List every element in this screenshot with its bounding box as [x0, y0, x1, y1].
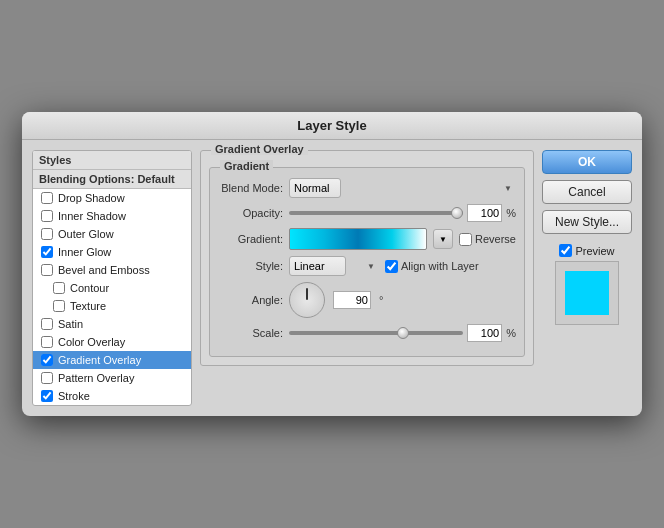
- align-with-layer-text: Align with Layer: [401, 260, 479, 272]
- texture-label: Texture: [70, 300, 106, 312]
- ok-button[interactable]: OK: [542, 150, 632, 174]
- sidebar-item-contour[interactable]: Contour: [33, 279, 191, 297]
- blend-mode-select-wrapper: Normal Dissolve Multiply Screen Overlay: [289, 178, 516, 198]
- bevel-emboss-checkbox[interactable]: [41, 264, 53, 276]
- scale-label: Scale:: [218, 327, 283, 339]
- angle-section: °: [289, 282, 383, 318]
- bevel-emboss-label: Bevel and Emboss: [58, 264, 150, 276]
- preview-cyan-swatch: [565, 271, 609, 315]
- gradient-inner-box: Gradient Blend Mode: Normal Dissolve Mul…: [209, 167, 525, 357]
- inner-shadow-checkbox[interactable]: [41, 210, 53, 222]
- gradient-row: Gradient: ▼ Reverse: [218, 228, 516, 250]
- opacity-value-input[interactable]: [467, 204, 502, 222]
- layer-style-dialog: Layer Style Styles Blending Options: Def…: [22, 112, 642, 416]
- styles-header: Styles: [33, 151, 191, 170]
- stroke-label: Stroke: [58, 390, 90, 402]
- gradient-overlay-checkbox[interactable]: [41, 354, 53, 366]
- reverse-label[interactable]: Reverse: [459, 233, 516, 246]
- drop-shadow-label: Drop Shadow: [58, 192, 125, 204]
- blend-mode-label: Blend Mode:: [218, 182, 283, 194]
- opacity-unit: %: [506, 207, 516, 219]
- angle-row: Angle: °: [218, 282, 516, 318]
- sidebar-item-outer-glow[interactable]: Outer Glow: [33, 225, 191, 243]
- sidebar-item-bevel-emboss[interactable]: Bevel and Emboss: [33, 261, 191, 279]
- section-title: Gradient Overlay: [211, 143, 308, 155]
- align-with-layer-checkbox[interactable]: [385, 260, 398, 273]
- sidebar-item-color-overlay[interactable]: Color Overlay: [33, 333, 191, 351]
- preview-text: Preview: [575, 245, 614, 257]
- scale-row: Scale: %: [218, 324, 516, 342]
- contour-label: Contour: [70, 282, 109, 294]
- satin-checkbox[interactable]: [41, 318, 53, 330]
- color-overlay-label: Color Overlay: [58, 336, 125, 348]
- gradient-label: Gradient:: [218, 233, 283, 245]
- reverse-text: Reverse: [475, 233, 516, 245]
- sidebar-item-stroke[interactable]: Stroke: [33, 387, 191, 405]
- opacity-slider-row: %: [289, 204, 516, 222]
- cancel-button[interactable]: Cancel: [542, 180, 632, 204]
- blend-options-header: Blending Options: Default: [33, 170, 191, 189]
- drop-shadow-checkbox[interactable]: [41, 192, 53, 204]
- scale-slider-row: %: [289, 324, 516, 342]
- sidebar-item-inner-glow[interactable]: Inner Glow: [33, 243, 191, 261]
- inner-glow-label: Inner Glow: [58, 246, 111, 258]
- preview-label: Preview: [559, 244, 614, 257]
- new-style-button[interactable]: New Style...: [542, 210, 632, 234]
- sidebar-item-texture[interactable]: Texture: [33, 297, 191, 315]
- angle-value-input[interactable]: [333, 291, 371, 309]
- inner-glow-checkbox[interactable]: [41, 246, 53, 258]
- gradient-arrow-btn[interactable]: ▼: [433, 229, 453, 249]
- reverse-checkbox[interactable]: [459, 233, 472, 246]
- style-label: Style:: [218, 260, 283, 272]
- gradient-overlay-section: Gradient Overlay Gradient Blend Mode: No…: [200, 150, 534, 366]
- outer-glow-label: Outer Glow: [58, 228, 114, 240]
- stroke-checkbox[interactable]: [41, 390, 53, 402]
- align-with-layer-label[interactable]: Align with Layer: [385, 260, 479, 273]
- opacity-slider[interactable]: [289, 211, 463, 215]
- blend-mode-row: Blend Mode: Normal Dissolve Multiply Scr…: [218, 178, 516, 198]
- angle-label: Angle:: [218, 294, 283, 306]
- blend-mode-select[interactable]: Normal Dissolve Multiply Screen Overlay: [289, 178, 341, 198]
- opacity-row: Opacity: %: [218, 204, 516, 222]
- pattern-overlay-checkbox[interactable]: [41, 372, 53, 384]
- color-overlay-checkbox[interactable]: [41, 336, 53, 348]
- texture-checkbox[interactable]: [53, 300, 65, 312]
- style-select-wrapper: Linear Radial Angle Reflected Diamond: [289, 256, 379, 276]
- outer-glow-checkbox[interactable]: [41, 228, 53, 240]
- opacity-label: Opacity:: [218, 207, 283, 219]
- gradient-preview[interactable]: [289, 228, 427, 250]
- pattern-overlay-label: Pattern Overlay: [58, 372, 134, 384]
- scale-slider[interactable]: [289, 331, 463, 335]
- inner-title: Gradient: [220, 160, 273, 172]
- angle-unit: °: [379, 294, 383, 306]
- angle-wheel[interactable]: [289, 282, 325, 318]
- satin-label: Satin: [58, 318, 83, 330]
- angle-needle: [306, 288, 308, 300]
- preview-box: [555, 261, 619, 325]
- sidebar-item-gradient-overlay[interactable]: Gradient Overlay: [33, 351, 191, 369]
- right-panel: OK Cancel New Style... Preview: [542, 150, 632, 406]
- style-select[interactable]: Linear Radial Angle Reflected Diamond: [289, 256, 346, 276]
- contour-checkbox[interactable]: [53, 282, 65, 294]
- left-panel: Styles Blending Options: Default Drop Sh…: [32, 150, 192, 406]
- dialog-title: Layer Style: [22, 112, 642, 140]
- inner-shadow-label: Inner Shadow: [58, 210, 126, 222]
- sidebar-item-inner-shadow[interactable]: Inner Shadow: [33, 207, 191, 225]
- sidebar-item-pattern-overlay[interactable]: Pattern Overlay: [33, 369, 191, 387]
- preview-checkbox[interactable]: [559, 244, 572, 257]
- gradient-overlay-label: Gradient Overlay: [58, 354, 141, 366]
- scale-unit: %: [506, 327, 516, 339]
- scale-value-input[interactable]: [467, 324, 502, 342]
- sidebar-item-satin[interactable]: Satin: [33, 315, 191, 333]
- style-row: Style: Linear Radial Angle Reflected Dia…: [218, 256, 516, 276]
- sidebar-item-drop-shadow[interactable]: Drop Shadow: [33, 189, 191, 207]
- middle-panel: Gradient Overlay Gradient Blend Mode: No…: [200, 150, 534, 406]
- preview-section: Preview: [542, 244, 632, 325]
